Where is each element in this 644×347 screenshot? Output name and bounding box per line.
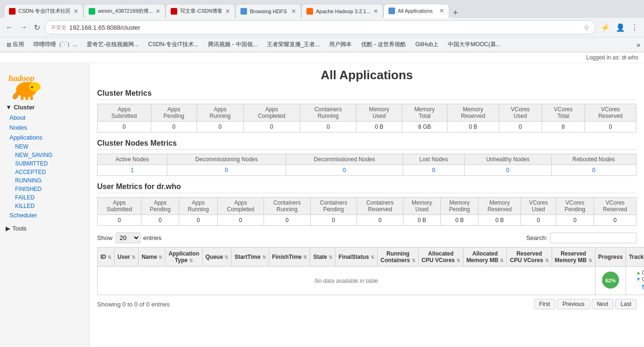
sidebar-new-saving-link[interactable]: NEW_SAVING (0, 151, 89, 159)
tracking-refresh-icon[interactable]: ↻ (641, 283, 644, 292)
bookmark-bilibili[interactable]: 哔哩哔哩（`·`）... (31, 40, 80, 50)
sidebar-failed-link[interactable]: FAILED (0, 193, 89, 202)
user-metrics-title: User Metrics for dr.who (97, 182, 636, 193)
tools-arrow: ▶ (6, 225, 10, 232)
menu-button[interactable]: ⋮ (629, 22, 640, 33)
cm-val-2: 0 (197, 122, 244, 132)
cluster-nodes-title: Cluster Nodes Metrics (97, 139, 636, 150)
forward-button[interactable]: → (18, 22, 29, 33)
show-entries-select[interactable]: 10 20 50 100 (116, 232, 140, 243)
dt-header-id[interactable]: ID ⇅ (98, 248, 115, 267)
sidebar-tools-toggle[interactable]: ▶ Tools (0, 222, 89, 235)
sidebar-accepted-link[interactable]: ACCEPTED (0, 168, 89, 176)
um-val-6: 0 (357, 215, 404, 226)
logo-area: hadoop (0, 68, 89, 102)
bookmark-github[interactable]: GitHub上 (413, 40, 441, 50)
bookmark-wangzhe[interactable]: 王者荣耀直播_王者... (264, 40, 323, 50)
tab-hdfs[interactable]: Browsing HDFS ✕ (235, 4, 301, 18)
profile-button[interactable]: 👤 (614, 22, 627, 33)
tab-title-hadoop: Apache Hadoop 3.2.1... (316, 8, 371, 14)
um-header-11: VCoresPending (556, 198, 594, 215)
cm-header-5: MemoryUsed (356, 104, 402, 122)
cn-val-5[interactable]: 0 (551, 165, 636, 176)
um-val-0: 0 (98, 215, 141, 226)
dt-header-cpu[interactable]: AllocatedCPU VCores ⇅ (419, 248, 463, 267)
tab-close-apps[interactable]: ✕ (439, 8, 444, 14)
um-val-7: 0 B (403, 215, 440, 226)
cn-val-2[interactable]: 0 (286, 165, 403, 176)
dt-header-reserved-memory[interactable]: ReservedMemory MB ⇅ (552, 248, 595, 267)
back-button[interactable]: ← (4, 22, 15, 33)
dt-header-state[interactable]: State ⇅ (310, 248, 336, 267)
tab-apps[interactable]: All Applications ✕ (383, 4, 449, 18)
address-bar[interactable]: 不安全 192.168.1.65:8088/cluster ☆ (45, 20, 596, 34)
um-header-5: ContainersPending (310, 198, 357, 215)
svg-rect-4 (21, 96, 24, 100)
bookmark-icon[interactable]: ☆ (584, 24, 590, 31)
last-button[interactable]: Last (615, 299, 636, 309)
cn-val-1[interactable]: 0 (167, 165, 286, 176)
tab-close-csdn[interactable]: ✕ (74, 8, 78, 15)
tab-write[interactable]: 写文章-CSDN博客 ✕ (165, 4, 235, 18)
previous-button[interactable]: Previous (557, 299, 590, 309)
sidebar-nodes-link[interactable]: Nodes (0, 123, 89, 132)
dt-header-reserved-cpu[interactable]: ReservedCPU VCores ⇅ (507, 248, 552, 267)
sidebar-about-link[interactable]: About (0, 113, 89, 123)
hadoop-logo-svg: hadoop (8, 72, 45, 100)
cn-val-4[interactable]: 0 (464, 165, 551, 176)
sort-icon-containers: ⇅ (412, 258, 415, 263)
no-data-cell: No data available in table (98, 267, 595, 295)
entries-label: entries (143, 234, 162, 241)
sidebar-scheduler-link[interactable]: Scheduler (0, 210, 89, 220)
cn-val-3[interactable]: 0 (403, 165, 464, 176)
dt-header-user[interactable]: User ⇅ (115, 248, 139, 267)
tab-close-hadoop[interactable]: ✕ (373, 8, 378, 15)
sidebar-running-link[interactable]: RUNNING (0, 176, 89, 185)
dt-header-queue[interactable]: Queue ⇅ (202, 248, 231, 267)
cn-val-0[interactable]: 1 (98, 165, 167, 176)
cm-header-1: AppsPending (151, 104, 197, 122)
tab-title-apps: All Applications (398, 8, 437, 14)
new-tab-button[interactable]: + (449, 8, 462, 18)
bookmark-mooc[interactable]: 中国大学MOOC(慕... (445, 40, 503, 50)
extensions-button[interactable]: ⚡ (599, 22, 612, 33)
tab-weixin[interactable]: weixin_43872169的博... ✕ (83, 4, 166, 18)
sidebar-submitted-link[interactable]: SUBMITTED (0, 159, 89, 168)
dt-header-apptype[interactable]: ApplicationType ⇅ (165, 248, 202, 267)
dt-header-running-containers[interactable]: RunningContainers ⇅ (378, 248, 419, 267)
tab-hadoop[interactable]: Apache Hadoop 3.2.1... ✕ (301, 4, 383, 18)
bookmark-userscript[interactable]: 用户脚本 (326, 40, 355, 50)
bookmark-tencent[interactable]: 腾讯视频 - 中国领... (205, 40, 260, 50)
sidebar-finished-link[interactable]: FINISHED (0, 185, 89, 193)
cm-val-4: 0 (300, 122, 356, 132)
refresh-button[interactable]: ↻ (32, 22, 42, 33)
sidebar-new-link[interactable]: NEW (0, 142, 89, 151)
next-button[interactable]: Next (592, 299, 614, 309)
bookmarks-more[interactable]: » (636, 41, 640, 49)
sidebar-applications-link[interactable]: Applications (0, 132, 89, 142)
sort-icon-starttime: ⇅ (262, 255, 266, 260)
bookmark-csdn[interactable]: CSDN-专业IT技术... (145, 40, 201, 50)
cluster-toggle[interactable]: ▼ Cluster (0, 102, 89, 113)
search-input[interactable] (550, 232, 636, 243)
dt-header-starttime[interactable]: StartTime ⇅ (231, 248, 269, 267)
tab-close-weixin[interactable]: ✕ (156, 8, 160, 15)
cm-header-10: VCoresReserved (585, 104, 636, 122)
cm-header-6: MemoryTotal (402, 104, 447, 122)
dt-header-name[interactable]: Name ⇅ (139, 248, 165, 267)
dt-header-memory[interactable]: AllocatedMemory MB ⇅ (463, 248, 507, 267)
dt-header-finalstatus[interactable]: FinalStatus ⇅ (336, 248, 378, 267)
um-header-9: MemoryReserved (479, 198, 521, 215)
um-val-11: 0 (556, 215, 594, 226)
bookmark-youku[interactable]: 优酷 - 这世界很酷 (358, 40, 409, 50)
dt-header-finishtime[interactable]: FinishTime ⇅ (269, 248, 310, 267)
bookmark-iqiyi[interactable]: 爱奇艺-在线视频网... (84, 40, 141, 50)
tab-title-write: 写文章-CSDN博客 (180, 8, 223, 15)
first-button[interactable]: First (534, 299, 555, 309)
sidebar-killed-link[interactable]: KILLED (0, 202, 89, 210)
tab-close-hdfs[interactable]: ✕ (291, 8, 296, 15)
tab-close-write[interactable]: ✕ (225, 8, 230, 15)
tab-csdn[interactable]: CSDN-专业IT技术社区 ✕ (4, 4, 83, 18)
bookmark-apps[interactable]: ⊞应用 (4, 40, 27, 50)
bookmarks-bar: ⊞应用 哔哩哔哩（`·`）... 爱奇艺-在线视频网... CSDN-专业IT技… (0, 37, 644, 52)
